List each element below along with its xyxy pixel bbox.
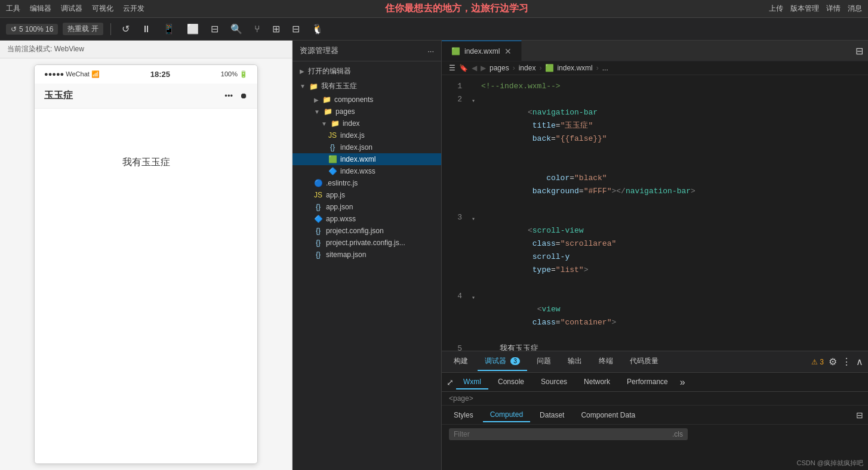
filter-input[interactable] xyxy=(454,430,669,438)
breadcrumb-bookmark-icon[interactable]: 🔖 xyxy=(459,64,468,72)
explorer-more-icon[interactable]: ··· xyxy=(427,47,434,55)
tree-item-index-wxml[interactable]: 🟩 index.wxml xyxy=(293,153,441,165)
devtools-subtabs: Styles Computed Dataset Component Data ⊟ xyxy=(442,406,868,425)
index-wxss-icon: 🔷 xyxy=(328,167,337,175)
toolbar-message[interactable]: 消息 xyxy=(848,4,862,14)
filter-icon[interactable]: ⊟ xyxy=(856,410,863,420)
tree-item-components[interactable]: ▶ 📁 components xyxy=(293,94,441,106)
inspector-more-icon[interactable]: » xyxy=(680,377,685,388)
inspector-tab-console[interactable]: Console xyxy=(491,375,531,389)
subtab-dataset[interactable]: Dataset xyxy=(533,409,571,422)
tab-index-wxml[interactable]: 🟩 index.wxml ✕ xyxy=(442,41,522,61)
branch-btn[interactable]: ⑂ xyxy=(251,21,264,37)
select-element-icon[interactable]: ⤢ xyxy=(447,378,454,387)
tree-item-sitemap[interactable]: {} sitemap.json xyxy=(293,249,441,261)
more-devtools-icon[interactable]: ⋮ xyxy=(842,356,851,367)
subtab-component-data[interactable]: Component Data xyxy=(574,409,642,422)
index-folder-label: index xyxy=(343,119,360,128)
refresh-btn[interactable]: ↺ xyxy=(118,21,133,37)
open-editors-header[interactable]: ▶ 打开的编辑器 xyxy=(293,64,441,79)
tree-item-eslint[interactable]: 🔵 .eslintrc.js xyxy=(293,177,441,189)
app-js-label: app.js xyxy=(326,191,345,199)
devtools-panel: 构建 调试器 3 问题 输出 终端 代码质量 ⚠ 3 ⚙ ⋮ ∧ ⤢ xyxy=(442,351,868,470)
tablet-btn[interactable]: ⬜ xyxy=(183,21,202,37)
split-btn[interactable]: ⊟ xyxy=(207,21,222,37)
phone-frame: ●●●●● WeChat 📶 18:25 100% 🔋 玉玉症 ••• ⏺ 我有… xyxy=(34,64,258,464)
tab-close-btn[interactable]: ✕ xyxy=(504,47,512,56)
index-wxss-label: index.wxss xyxy=(340,167,375,175)
toolbar-details[interactable]: 详情 xyxy=(826,4,841,14)
devtools-tabs-bar: 构建 调试器 3 问题 输出 终端 代码质量 ⚠ 3 ⚙ ⋮ ∧ xyxy=(442,351,868,373)
line-content-3: <scroll-view class="scrollarea" scroll-y… xyxy=(481,211,868,290)
settings-icon[interactable]: ⚙ xyxy=(829,356,837,367)
search-btn[interactable]: 🔍 xyxy=(227,21,246,37)
breadcrumb-menu-icon[interactable]: ☰ xyxy=(449,64,455,72)
inspector-tab-wxml[interactable]: Wxml xyxy=(456,375,488,389)
tree-item-app-json[interactable]: {} app.json xyxy=(293,201,441,213)
subtab-styles[interactable]: Styles xyxy=(447,409,481,422)
simulator-panel: 当前渲染模式: WebView ●●●●● WeChat 📶 18:25 100… xyxy=(0,41,293,470)
phone-record-icon[interactable]: ⏺ xyxy=(240,91,248,100)
phone-signal: ●●●●● WeChat 📶 xyxy=(44,70,100,78)
inspector-tab-performance[interactable]: Performance xyxy=(620,375,675,389)
hot-reload-badge[interactable]: 热重载 开 xyxy=(63,23,103,35)
project-root-header[interactable]: ▼ 📁 我有玉玉症 xyxy=(293,79,441,94)
line-toggle-2: ▾ xyxy=(472,93,481,108)
toolbar-version[interactable]: 版本管理 xyxy=(790,4,819,14)
inspector-tab-sources[interactable]: Sources xyxy=(534,375,574,389)
line-toggle-3: ▾ xyxy=(472,211,481,226)
toolbar-item-cloud[interactable]: 云开发 xyxy=(123,4,144,14)
phone-nav-bar: 玉玉症 ••• ⏺ xyxy=(35,84,257,109)
tree-item-index-folder[interactable]: ▼ 📁 index xyxy=(293,117,441,129)
tree-item-index-wxss[interactable]: 🔷 index.wxss xyxy=(293,165,441,177)
phone-btn[interactable]: 📱 xyxy=(159,21,178,37)
grid-btn[interactable]: ⊞ xyxy=(269,21,284,37)
code-editor[interactable]: 1 <!--index.wxml--> 2 ▾ <navigation-bar … xyxy=(442,75,868,351)
debugger-badge: 3 xyxy=(510,357,520,365)
line-num-2: 2 xyxy=(442,93,472,106)
project-chevron: ▼ xyxy=(300,83,306,89)
index-js-label: index.js xyxy=(340,131,365,140)
collapse-icon[interactable]: ∧ xyxy=(856,356,863,367)
toolbar-item-visual[interactable]: 可视化 xyxy=(92,4,113,14)
devtools-tab-output[interactable]: 输出 xyxy=(561,352,589,371)
tree-item-app-js[interactable]: JS app.js xyxy=(293,189,441,201)
line-num-5: 5 xyxy=(442,342,472,351)
breadcrumb-more: ... xyxy=(602,64,608,72)
eslint-label: .eslintrc.js xyxy=(326,179,358,187)
phone-menu-icon[interactable]: ••• xyxy=(224,91,233,100)
toolbar-item-debugger[interactable]: 调试器 xyxy=(61,4,82,14)
breadcrumb-forward-icon[interactable]: ▶ xyxy=(481,64,486,72)
tree-item-app-wxss[interactable]: 🔷 app.wxss xyxy=(293,213,441,225)
breadcrumb-sep2: › xyxy=(539,64,541,72)
phone-status-bar: ●●●●● WeChat 📶 18:25 100% 🔋 xyxy=(35,65,257,84)
subtab-computed[interactable]: Computed xyxy=(483,408,530,422)
editor-split-icon[interactable]: ⊟ xyxy=(855,45,863,57)
index-folder-chevron: ▼ xyxy=(321,120,327,127)
tree-item-project-config[interactable]: {} project.config.json xyxy=(293,225,441,237)
stop-btn[interactable]: ⏸ xyxy=(138,21,155,37)
filter-bar: .cls xyxy=(449,428,688,440)
toolbar-item-tools[interactable]: 工具 xyxy=(6,4,20,14)
tree-item-project-private[interactable]: {} project.private.config.js... xyxy=(293,237,441,249)
hot-reload-label: 热重载 开 xyxy=(67,24,98,34)
zoom-badge[interactable]: ↺ 5 100% 16 xyxy=(6,24,58,35)
breadcrumb-back-icon[interactable]: ◀ xyxy=(472,64,477,72)
code-line-1: 1 <!--index.wxml--> xyxy=(442,80,868,93)
devtools-tab-build[interactable]: 构建 xyxy=(447,352,475,371)
tree-item-index-js[interactable]: JS index.js xyxy=(293,129,441,141)
tree-item-pages[interactable]: ▼ 📁 pages xyxy=(293,106,441,117)
devtools-tab-terminal[interactable]: 终端 xyxy=(592,352,620,371)
devtools-tab-debugger[interactable]: 调试器 3 xyxy=(478,352,527,371)
line-content-5: 我有玉玉症 xyxy=(481,342,868,351)
toolbar-item-editor[interactable]: 编辑器 xyxy=(30,4,51,14)
line-toggle-2b xyxy=(472,159,481,160)
devtools-tab-quality[interactable]: 代码质量 xyxy=(623,352,666,371)
tree-item-index-json[interactable]: {} index.json xyxy=(293,141,441,153)
devtools-tab-issues[interactable]: 问题 xyxy=(530,352,558,371)
toolbar-upload[interactable]: 上传 xyxy=(769,4,783,14)
more-btn[interactable]: 🐧 xyxy=(308,21,327,37)
components-chevron: ▶ xyxy=(314,97,319,103)
inspector-tab-network[interactable]: Network xyxy=(577,375,617,389)
panel-btn[interactable]: ⊟ xyxy=(288,21,303,37)
